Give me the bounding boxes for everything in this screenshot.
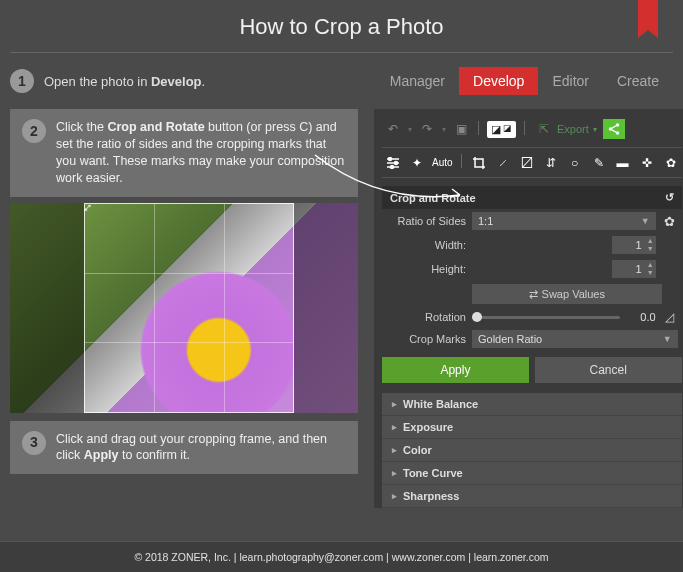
width-label: Width: (386, 239, 466, 251)
ratio-select[interactable]: 1:1 ▼ (472, 212, 656, 230)
brush-icon[interactable]: ✎ (590, 155, 608, 171)
height-value: 1 (635, 263, 641, 275)
step-2-text: Click the Crop and Rotate button (or pre… (56, 119, 346, 187)
straighten-icon[interactable]: ⟋ (494, 155, 512, 171)
acc-label: Tone Curve (403, 467, 463, 479)
slider-thumb[interactable] (472, 312, 482, 322)
acc-exposure[interactable]: ▸Exposure (382, 416, 682, 439)
develop-toolbar: ✦ Auto ⟋ 〼 ⇵ ○ ✎ ▬ ✜ ✿ (382, 147, 682, 178)
cropmarks-select[interactable]: Golden Ratio ▼ (472, 330, 678, 348)
crop-overlay-left (10, 203, 84, 413)
cropmarks-value: Golden Ratio (478, 333, 542, 345)
redo-icon[interactable]: ↷ (418, 121, 436, 137)
rotation-slider[interactable] (472, 316, 620, 319)
swap-icon: ⇄ (529, 288, 538, 301)
crop-overlay-right (294, 203, 358, 413)
chevron-down-icon: ▼ (641, 216, 650, 226)
acc-color[interactable]: ▸Color (382, 439, 682, 462)
crop-icon[interactable] (470, 155, 488, 171)
width-value: 1 (635, 239, 641, 251)
step-3-text: Click and drag out your cropping frame, … (56, 431, 346, 465)
chevron-right-icon: ▸ (392, 399, 397, 409)
acc-label: Color (403, 444, 432, 456)
cancel-button[interactable]: Cancel (535, 357, 682, 383)
wand-icon[interactable]: ✦ (408, 155, 426, 171)
acc-white-balance[interactable]: ▸White Balance (382, 393, 682, 416)
step-3-badge: 3 (22, 431, 46, 455)
rotation-value: 0.0 (626, 311, 656, 323)
acc-label: White Balance (403, 398, 478, 410)
compare-icon[interactable]: ▣ (452, 121, 470, 137)
rotation-label: Rotation (386, 311, 466, 323)
swap-values-button[interactable]: ⇄ Swap Values (472, 284, 662, 304)
side-panel: ↶▾ ↷▾ ▣ ◪◪ ⇱ Export ▾ ✦ Auto (374, 109, 683, 508)
tab-create[interactable]: Create (603, 67, 673, 95)
step-2-badge: 2 (22, 119, 46, 143)
rotation-reset-icon[interactable]: ◿ (662, 310, 678, 324)
auto-button[interactable]: Auto (432, 157, 453, 168)
footer: © 2018 ZONER, Inc. | learn.photography@z… (0, 541, 683, 572)
fit-small-icon: ◪ (503, 123, 512, 136)
panel-header: Crop and Rotate ↺ (382, 186, 682, 209)
svg-point-1 (609, 127, 613, 131)
svg-point-6 (389, 157, 392, 160)
ratio-settings-icon[interactable]: ✿ (662, 214, 678, 229)
chevron-right-icon: ▸ (392, 445, 397, 455)
height-spinner[interactable]: ▲▼ (647, 261, 654, 277)
width-spinner[interactable]: ▲▼ (647, 237, 654, 253)
acc-tone-curve[interactable]: ▸Tone Curve (382, 462, 682, 485)
accordion-list: ▸White Balance ▸Exposure ▸Color ▸Tone Cu… (382, 393, 682, 508)
panel-title-text: Crop and Rotate (390, 192, 476, 204)
step-3-box: 3 Click and drag out your cropping frame… (10, 421, 358, 475)
ratio-value: 1:1 (478, 215, 493, 227)
fit-buttons[interactable]: ◪◪ (487, 121, 516, 138)
svg-point-2 (616, 131, 620, 135)
bookmark-ribbon (638, 0, 658, 30)
fit-icon: ◪ (491, 123, 501, 136)
cropmarks-label: Crop Marks (386, 333, 466, 345)
svg-point-0 (616, 123, 620, 127)
heal-icon[interactable]: ✜ (638, 155, 656, 171)
gradient-icon[interactable]: ▬ (614, 155, 632, 171)
chevron-right-icon: ▸ (392, 491, 397, 501)
apply-button[interactable]: Apply (382, 357, 529, 383)
gear-icon[interactable]: ✿ (662, 155, 680, 171)
step-1-text: Open the photo in Develop. (44, 74, 205, 89)
acc-label: Exposure (403, 421, 453, 433)
ratio-label: Ratio of Sides (386, 215, 466, 227)
width-input[interactable]: 1 ▲▼ (612, 236, 656, 254)
perspective-icon[interactable]: 〼 (518, 155, 536, 171)
circle-icon[interactable]: ○ (566, 155, 584, 171)
export-icon[interactable]: ⇱ (535, 121, 553, 137)
crop-frame[interactable] (84, 203, 294, 413)
history-toolbar: ↶▾ ↷▾ ▣ ◪◪ ⇱ Export ▾ (382, 115, 682, 143)
height-input[interactable]: 1 ▲▼ (612, 260, 656, 278)
panel-reset-icon[interactable]: ↺ (665, 191, 674, 204)
flip-icon[interactable]: ⇵ (542, 155, 560, 171)
tab-manager[interactable]: Manager (376, 67, 459, 95)
tab-develop[interactable]: Develop (459, 67, 538, 95)
sliders-icon[interactable] (384, 155, 402, 171)
tab-editor[interactable]: Editor (538, 67, 603, 95)
export-button[interactable]: Export (557, 123, 589, 135)
svg-point-8 (391, 165, 394, 168)
photo-preview[interactable]: ↔ (10, 203, 358, 413)
height-label: Height: (386, 263, 466, 275)
svg-point-7 (395, 161, 398, 164)
app-tabs: Manager Develop Editor Create (376, 67, 673, 95)
step-2-box: 2 Click the Crop and Rotate button (or p… (10, 109, 358, 197)
chevron-right-icon: ▸ (392, 468, 397, 478)
step-1-badge: 1 (10, 69, 34, 93)
undo-icon[interactable]: ↶ (384, 121, 402, 137)
acc-label: Sharpness (403, 490, 459, 502)
chevron-down-icon: ▼ (663, 334, 672, 344)
chevron-right-icon: ▸ (392, 422, 397, 432)
page-title: How to Crop a Photo (10, 0, 673, 53)
acc-sharpness[interactable]: ▸Sharpness (382, 485, 682, 508)
share-button[interactable] (603, 119, 625, 139)
swap-label: Swap Values (542, 288, 605, 300)
